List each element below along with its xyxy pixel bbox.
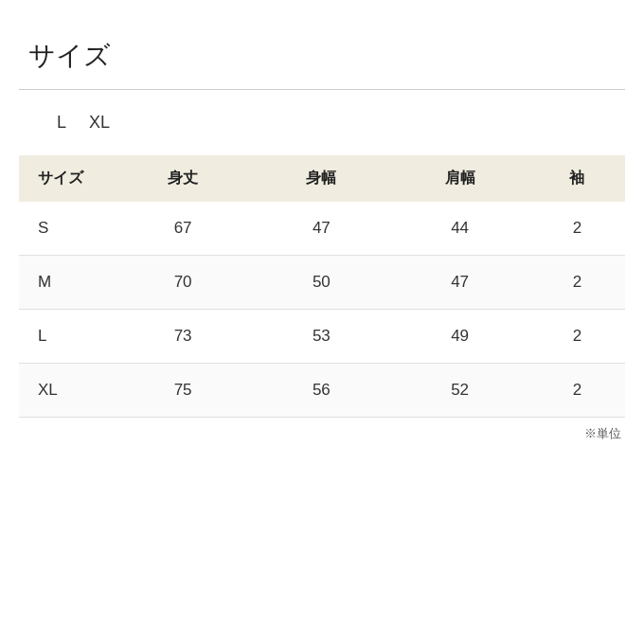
col-header-body-length: 身丈 bbox=[114, 155, 252, 202]
size-option-l[interactable]: L bbox=[57, 113, 66, 133]
page-container: サイズ L XL サイズ 身丈 身幅 肩幅 袖 S6747442M7050472… bbox=[0, 0, 644, 644]
cell-body_width-3: 56 bbox=[252, 364, 390, 418]
cell-sleeve-0: 2 bbox=[529, 202, 625, 256]
cell-size-1: M bbox=[19, 256, 114, 310]
size-option-xl[interactable]: XL bbox=[89, 113, 110, 133]
col-header-shoulder-width: 肩幅 bbox=[391, 155, 529, 202]
size-table-wrapper: サイズ 身丈 身幅 肩幅 袖 S6747442M7050472L7353492X… bbox=[19, 155, 625, 442]
size-table: サイズ 身丈 身幅 肩幅 袖 S6747442M7050472L7353492X… bbox=[19, 155, 625, 418]
cell-body_length-1: 70 bbox=[114, 256, 252, 310]
table-row: M7050472 bbox=[19, 256, 625, 310]
cell-body_length-2: 73 bbox=[114, 310, 252, 364]
cell-sleeve-3: 2 bbox=[529, 364, 625, 418]
col-header-body-width: 身幅 bbox=[252, 155, 390, 202]
cell-shoulder_width-1: 47 bbox=[391, 256, 529, 310]
cell-shoulder_width-3: 52 bbox=[391, 364, 529, 418]
cell-body_width-1: 50 bbox=[252, 256, 390, 310]
cell-sleeve-2: 2 bbox=[529, 310, 625, 364]
cell-body_width-2: 53 bbox=[252, 310, 390, 364]
cell-sleeve-1: 2 bbox=[529, 256, 625, 310]
cell-size-0: S bbox=[19, 202, 114, 256]
table-header-row: サイズ 身丈 身幅 肩幅 袖 bbox=[19, 155, 625, 202]
col-header-sleeve: 袖 bbox=[529, 155, 625, 202]
table-note: ※単位 bbox=[19, 418, 625, 442]
col-header-size: サイズ bbox=[19, 155, 114, 202]
size-selector: L XL bbox=[19, 113, 625, 133]
cell-body_width-0: 47 bbox=[252, 202, 390, 256]
cell-size-2: L bbox=[19, 310, 114, 364]
cell-shoulder_width-0: 44 bbox=[391, 202, 529, 256]
cell-size-3: XL bbox=[19, 364, 114, 418]
cell-shoulder_width-2: 49 bbox=[391, 310, 529, 364]
page-title: サイズ bbox=[19, 38, 625, 74]
cell-body_length-3: 75 bbox=[114, 364, 252, 418]
table-row: XL7556522 bbox=[19, 364, 625, 418]
cell-body_length-0: 67 bbox=[114, 202, 252, 256]
table-row: S6747442 bbox=[19, 202, 625, 256]
divider bbox=[19, 89, 625, 90]
table-row: L7353492 bbox=[19, 310, 625, 364]
